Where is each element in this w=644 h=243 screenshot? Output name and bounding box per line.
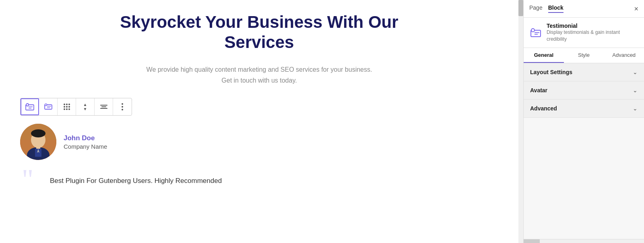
author-row: John Doe Company Name (20, 124, 222, 160)
block-icon-btn[interactable] (39, 98, 58, 115)
block-info-text: Testimonial Display testimonials & gain … (547, 23, 638, 43)
sidebar-bottom-scroll[interactable] (524, 239, 644, 243)
avatar-image (20, 124, 56, 160)
author-info: John Doe Company Name (64, 134, 107, 150)
subtitle-line2: Get in touch with us today. (221, 77, 297, 84)
svg-text:": " (22, 168, 33, 192)
tab-general[interactable]: General (524, 48, 564, 63)
accordion-avatar: Avatar ⌄ (524, 81, 644, 100)
accordion-advanced-label: Advanced (530, 105, 557, 112)
drag-icon (64, 104, 70, 110)
close-button[interactable]: × (634, 5, 638, 12)
svg-point-1 (26, 104, 29, 106)
main-scrollbar[interactable] (518, 0, 523, 243)
svg-point-20 (531, 29, 535, 32)
sidebar-tabs: Page Block (529, 4, 564, 13)
block-type-icon (529, 26, 543, 39)
move-btn[interactable]: ▲ ▼ (76, 98, 95, 115)
quote-area: " Best Plugin For Gutenberg Users. Highl… (22, 168, 222, 192)
author-name: John Doe (64, 134, 107, 142)
avatar (20, 124, 56, 160)
testimonial-icon (25, 103, 34, 110)
chevron-down-icon: ⌄ (633, 69, 638, 75)
block-description: Display testimonials & gain instant cred… (547, 29, 638, 43)
accordion-advanced: Advanced ⌄ (524, 100, 644, 118)
scrollbar-thumb[interactable] (518, 0, 523, 16)
subtitle-line1: We provide high quality content marketin… (147, 66, 372, 73)
block-title: Testimonial (547, 23, 638, 29)
author-company: Company Name (64, 143, 107, 150)
tab-style[interactable]: Style (564, 48, 604, 63)
testimonial-block-icon (530, 28, 541, 37)
tab-page[interactable]: Page (529, 4, 543, 13)
quote-text: Best Plugin For Gutenberg Users. Highly … (50, 168, 222, 186)
block-icon (44, 104, 52, 110)
accordion-avatar-header[interactable]: Avatar ⌄ (524, 81, 644, 99)
sidebar-header: Page Block × (524, 0, 644, 18)
testimonial-block: John Doe Company Name " Best Plugin For … (20, 124, 222, 196)
align-btn[interactable] (95, 98, 113, 115)
sidebar: Page Block × Testimonial Display testimo… (523, 0, 644, 243)
svg-point-5 (45, 104, 47, 106)
block-toolbar: ▲ ▼ (20, 98, 132, 116)
drag-handle-btn[interactable] (58, 98, 76, 115)
tab-advanced[interactable]: Advanced (604, 48, 644, 63)
page-subtext: We provide high quality content marketin… (147, 64, 372, 86)
svg-point-15 (31, 129, 45, 137)
accordion-layout-settings-header[interactable]: Layout Settings ⌄ (524, 63, 644, 81)
testimonial-block-icon-btn[interactable] (21, 98, 39, 115)
inner-tabs: General Style Advanced (524, 48, 644, 63)
accordion-avatar-label: Avatar (530, 87, 547, 93)
more-icon (122, 103, 123, 110)
main-content: Skyrocket Your Business With Our Service… (0, 0, 518, 243)
chevron-down-icon-3: ⌄ (633, 105, 638, 112)
move-icon: ▲ ▼ (83, 103, 87, 111)
accordion-layout-settings-label: Layout Settings (530, 69, 572, 75)
quote-marks-icon: " (22, 168, 46, 192)
tab-block[interactable]: Block (548, 4, 564, 13)
accordion-advanced-header[interactable]: Advanced ⌄ (524, 100, 644, 117)
align-icon (100, 105, 107, 109)
accordion-layout-settings: Layout Settings ⌄ (524, 63, 644, 81)
block-info-row: Testimonial Display testimonials & gain … (524, 18, 644, 48)
page-heading: Skyrocket Your Business With Our Service… (102, 12, 416, 53)
sidebar-scroll-area[interactable]: Layout Settings ⌄ Avatar ⌄ Advanced ⌄ (524, 63, 644, 239)
bottom-scrollbar-thumb[interactable] (524, 239, 540, 243)
chevron-down-icon-2: ⌄ (633, 87, 638, 93)
more-options-btn[interactable] (113, 98, 132, 115)
